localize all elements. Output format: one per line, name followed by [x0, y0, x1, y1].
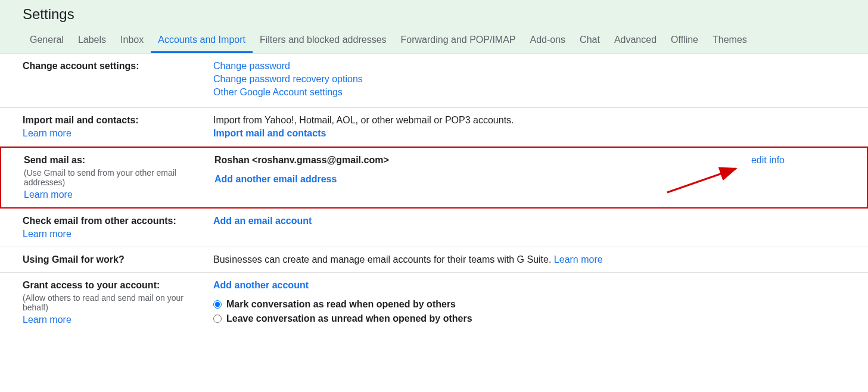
grant-access-learn-more[interactable]: Learn more [23, 315, 71, 325]
check-email-learn-more[interactable]: Learn more [23, 229, 71, 239]
gmail-work-desc: Businesses can create and manage email a… [213, 254, 554, 265]
change-password-link[interactable]: Change password [213, 61, 290, 71]
leave-unread-radio[interactable] [213, 315, 222, 323]
send-mail-as-learn-more[interactable]: Learn more [24, 189, 73, 200]
add-email-address-link[interactable]: Add another email address [214, 174, 337, 184]
mark-read-radio[interactable] [213, 300, 222, 309]
section-check-email: Check email from other accounts: Learn m… [0, 209, 868, 247]
tab-forwarding[interactable]: Forwarding and POP/IMAP [394, 31, 523, 53]
check-email-label: Check email from other accounts: [23, 216, 201, 226]
section-change-account: Change account settings: Change password… [0, 54, 868, 108]
page-title: Settings [0, 0, 868, 31]
leave-unread-label: Leave conversation as unread when opened… [226, 313, 472, 324]
send-mail-as-label: Send mail as: [24, 155, 203, 166]
section-import-mail: Import mail and contacts: Learn more Imp… [0, 108, 868, 147]
grant-access-label: Grant access to your account: [23, 280, 201, 291]
import-mail-desc: Import from Yahoo!, Hotmail, AOL, or oth… [213, 115, 845, 126]
send-mail-as-account: Roshan <roshanv.gmass@gmail.com> [214, 155, 844, 166]
other-settings-link[interactable]: Other Google Account settings [213, 87, 343, 97]
change-recovery-link[interactable]: Change password recovery options [213, 74, 363, 84]
tab-addons[interactable]: Add-ons [523, 31, 573, 53]
section-send-mail-as: Send mail as: (Use Gmail to send from yo… [0, 147, 868, 209]
tab-labels[interactable]: Labels [71, 31, 113, 53]
change-account-label: Change account settings: [23, 61, 201, 71]
tab-general[interactable]: General [23, 31, 71, 53]
tab-inbox[interactable]: Inbox [113, 31, 151, 53]
grant-access-sub: (Allow others to read and send mail on y… [23, 293, 201, 312]
edit-info-link[interactable]: edit info [751, 155, 785, 166]
import-mail-learn-more[interactable]: Learn more [23, 128, 71, 139]
gmail-work-learn-more[interactable]: Learn more [554, 254, 603, 265]
add-email-account-link[interactable]: Add an email account [213, 216, 312, 226]
send-mail-as-sub: (Use Gmail to send from your other email… [24, 168, 203, 187]
import-mail-label: Import mail and contacts: [23, 115, 201, 126]
tab-advanced[interactable]: Advanced [607, 31, 664, 53]
tab-accounts-import[interactable]: Accounts and Import [151, 31, 253, 53]
tab-chat[interactable]: Chat [573, 31, 607, 53]
gmail-work-label: Using Gmail for work? [23, 254, 201, 265]
tab-filters[interactable]: Filters and blocked addresses [253, 31, 394, 53]
mark-read-label: Mark conversation as read when opened by… [226, 299, 456, 310]
section-gmail-work: Using Gmail for work? Businesses can cre… [0, 247, 868, 273]
tab-offline[interactable]: Offline [664, 31, 705, 53]
tab-themes[interactable]: Themes [705, 31, 754, 53]
section-grant-access: Grant access to your account: (Allow oth… [0, 273, 868, 332]
import-mail-action[interactable]: Import mail and contacts [213, 128, 326, 138]
add-another-account-link[interactable]: Add another account [213, 280, 309, 290]
settings-tabs: General Labels Inbox Accounts and Import… [0, 31, 868, 53]
